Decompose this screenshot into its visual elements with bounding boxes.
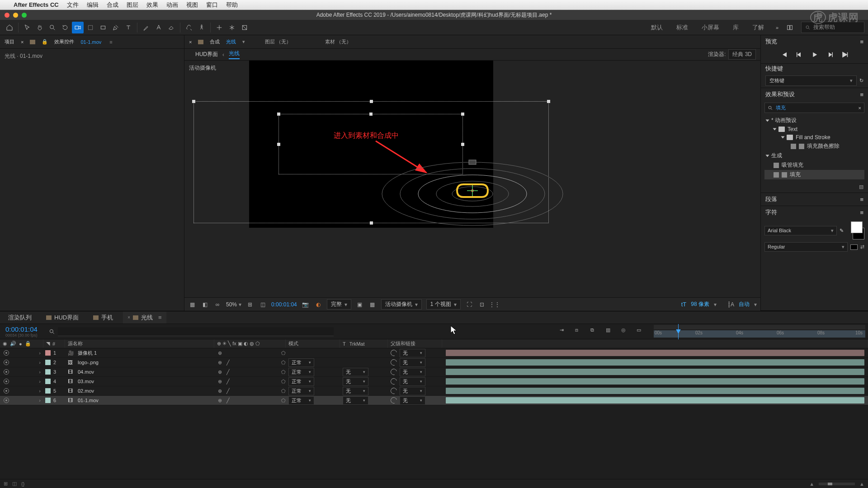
time-ruler[interactable]: 00s 02s 04s 06s 08s 10s xyxy=(651,324,868,339)
parent-dropdown[interactable]: 无▾ xyxy=(400,368,425,376)
zoom-tool[interactable] xyxy=(47,22,58,33)
effect-controls-target[interactable]: 01-1.mov xyxy=(80,39,101,45)
preview-menu-icon[interactable]: ≡ xyxy=(860,38,863,45)
layer-row[interactable]: ›3🎞04.mov⊕╱⬠正常▾无▾无▾ xyxy=(0,367,868,377)
switch-3d[interactable]: ⬠ xyxy=(281,350,286,356)
switch-shy[interactable]: ⊕ xyxy=(218,369,222,375)
switch-shy[interactable]: ⊕ xyxy=(218,360,222,366)
breadcrumb-parent[interactable]: HUD界面 xyxy=(195,51,218,58)
expand-layer-icon[interactable]: › xyxy=(39,360,41,365)
alpha-icon[interactable]: ▦ xyxy=(188,300,196,309)
layer-name[interactable]: 02.mov xyxy=(78,388,94,394)
font-size-value[interactable]: 98 像素 xyxy=(691,300,709,308)
switch-3d[interactable]: ⬠ xyxy=(281,360,286,366)
menu-help[interactable]: 帮助 xyxy=(226,1,238,9)
current-time-indicator[interactable] xyxy=(678,324,679,339)
toggle-modes-icon[interactable]: ◫ xyxy=(12,481,17,487)
viewer-timecode[interactable]: 0:00:01:04 xyxy=(271,301,297,308)
layer-bar[interactable] xyxy=(446,369,864,375)
views-dropdown[interactable]: 1 个视图▾ xyxy=(426,299,461,310)
roto-tool[interactable] xyxy=(183,22,195,33)
paragraph-menu-icon[interactable]: ≡ xyxy=(860,196,863,203)
switch-shy[interactable]: ⊕ xyxy=(218,388,222,394)
guides-icon[interactable]: ▣ xyxy=(356,300,364,309)
pickwhip-icon[interactable] xyxy=(389,367,398,376)
eyedropper-icon[interactable]: ✎ xyxy=(840,228,844,234)
workspace-learn[interactable]: 了解 xyxy=(746,22,770,33)
pickwhip-icon[interactable] xyxy=(389,377,398,385)
first-frame-button[interactable] xyxy=(779,51,789,59)
renderer-dropdown[interactable]: 经典 3D xyxy=(728,49,756,60)
vf-icon3[interactable]: ⋮⋮ xyxy=(491,300,499,309)
mask-icon[interactable]: ◧ xyxy=(201,300,209,309)
roi-icon[interactable]: ◫ xyxy=(259,300,267,309)
selection-tool[interactable] xyxy=(21,22,33,33)
menu-layer[interactable]: 图层 xyxy=(127,1,138,9)
switch-3d[interactable]: ⬠ xyxy=(281,388,286,394)
font-size-icon[interactable]: tT xyxy=(681,301,687,308)
parent-dropdown[interactable]: 无▾ xyxy=(400,358,425,367)
col-audio-icon[interactable]: 🔊 xyxy=(10,341,16,347)
parent-dropdown[interactable]: 无▾ xyxy=(400,387,425,395)
breadcrumb-current[interactable]: 光线 xyxy=(229,50,240,59)
comp-tab-menu-icon[interactable]: ▾ xyxy=(242,39,245,45)
color-swatch[interactable] xyxy=(846,221,864,239)
clone-tool[interactable] xyxy=(153,22,165,33)
tab-hud[interactable]: HUD界面 xyxy=(42,312,83,324)
pickwhip-icon[interactable] xyxy=(389,396,398,404)
reset-icon[interactable]: ↻ xyxy=(859,78,863,84)
switch-solo[interactable]: ╱ xyxy=(226,369,230,375)
close-tab-icon[interactable]: × xyxy=(127,315,130,320)
workspace-libraries[interactable]: 库 xyxy=(726,22,745,33)
layer-row[interactable]: ›5🎞02.mov⊕╱⬠正常▾无▾无▾ xyxy=(0,386,868,396)
layer-row[interactable]: ›6🎞01-1.mov⊕╱⬠正常▾无▾无▾ xyxy=(0,396,868,405)
zoom-out-icon[interactable]: ▲ xyxy=(809,481,814,487)
vf-icon1[interactable]: ⛶ xyxy=(465,300,473,309)
effects-menu-icon[interactable]: ≡ xyxy=(860,91,863,98)
pickwhip-icon[interactable] xyxy=(389,386,398,395)
trkmat-dropdown[interactable]: 无▾ xyxy=(343,387,368,395)
tab-light[interactable]: ×光线≡ xyxy=(123,312,166,324)
workspace-default[interactable]: 默认 xyxy=(645,22,669,33)
help-search[interactable]: 搜索帮助 xyxy=(801,22,864,33)
clear-search-icon[interactable]: × xyxy=(859,105,861,111)
channels-icon[interactable]: ◐ xyxy=(314,300,322,309)
label-color[interactable] xyxy=(45,398,51,403)
shortcut-dropdown[interactable]: 空格键▾ xyxy=(765,75,857,86)
minimize-window-button[interactable] xyxy=(13,13,18,18)
tree-text[interactable]: Text xyxy=(788,126,797,132)
prev-frame-button[interactable] xyxy=(794,51,804,59)
tl-icon-4[interactable]: ▥ xyxy=(606,327,615,336)
visibility-toggle[interactable] xyxy=(4,388,9,394)
zoom-window-button[interactable] xyxy=(22,13,27,18)
tab-footage[interactable]: 素材 （无） xyxy=(325,38,351,45)
toggle-switches-icon[interactable]: ⊞ xyxy=(4,481,8,487)
blend-mode-dropdown[interactable]: 正常▾ xyxy=(288,396,314,405)
tree-fill-wipe[interactable]: 填充颜色擦除 xyxy=(807,142,840,150)
tl-icon-1[interactable]: ⇥ xyxy=(560,327,569,336)
label-color[interactable] xyxy=(45,369,51,375)
switch-3d[interactable]: ⬠ xyxy=(281,369,286,375)
snapshot-icon[interactable]: 📷 xyxy=(302,300,310,309)
local-axis-icon[interactable] xyxy=(213,22,225,33)
toggle-brackets-icon[interactable]: {} xyxy=(21,481,24,487)
menu-edit[interactable]: 编辑 xyxy=(87,1,99,9)
switch-3d[interactable]: ⬠ xyxy=(281,398,286,404)
hand-tool[interactable] xyxy=(34,22,46,33)
visibility-toggle[interactable] xyxy=(4,398,9,403)
col-lock-icon[interactable]: 🔒 xyxy=(25,341,31,347)
grid-icon[interactable]: ▦ xyxy=(368,300,377,309)
tab-project[interactable]: 项目 xyxy=(5,38,14,45)
search-icon[interactable] xyxy=(49,328,55,335)
menu-view[interactable]: 视图 xyxy=(186,1,198,9)
col-source[interactable]: 源名称 xyxy=(65,339,214,348)
close-tab-icon[interactable]: × xyxy=(21,39,24,45)
menu-anim[interactable]: 动画 xyxy=(166,1,178,9)
layer-name[interactable]: logo-.png xyxy=(78,360,99,365)
expand-layer-icon[interactable]: › xyxy=(39,369,41,375)
layer-name[interactable]: 03.mov xyxy=(78,379,94,384)
tl-icon-3[interactable]: ⧉ xyxy=(590,327,599,336)
parent-dropdown[interactable]: 无▾ xyxy=(400,349,425,357)
last-frame-button[interactable] xyxy=(840,51,850,59)
close-comp-tab-icon[interactable]: × xyxy=(189,39,192,45)
